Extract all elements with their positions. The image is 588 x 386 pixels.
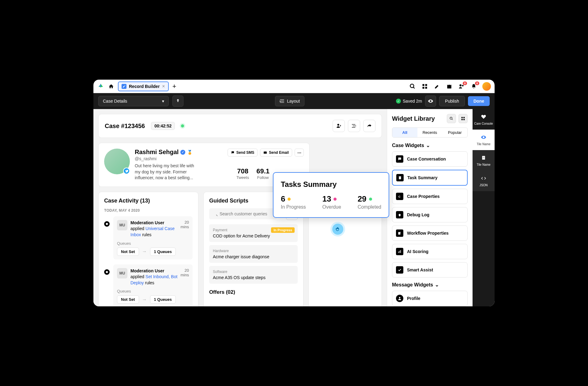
send-sms-button[interactable]: Send SMS — [228, 149, 258, 157]
badge: 8 — [463, 81, 467, 85]
activity-time: 20mins — [180, 268, 189, 277]
tab-recents[interactable]: Recents — [417, 128, 443, 137]
stat-overdue: 13 Overdue — [322, 194, 341, 210]
tab-close-icon[interactable]: × — [162, 84, 165, 89]
chart-icon — [396, 248, 403, 255]
svg-rect-40 — [482, 156, 485, 160]
dot — [369, 198, 372, 201]
svg-rect-7 — [448, 84, 449, 85]
svg-line-32 — [400, 214, 401, 215]
svg-point-20 — [106, 271, 108, 273]
user-avatar[interactable] — [482, 82, 491, 91]
user-badge: MU — [117, 268, 127, 278]
svg-line-1 — [413, 87, 415, 88]
publish-button[interactable]: Publish — [439, 96, 465, 106]
arrow-icon: → — [142, 297, 147, 302]
agent-button[interactable] — [333, 120, 345, 132]
rail-json[interactable]: JSON — [473, 171, 495, 191]
doc-icon — [480, 154, 487, 161]
calendar-icon[interactable] — [446, 83, 453, 90]
stat-tweets: 708 Tweets — [236, 167, 249, 180]
svg-point-9 — [459, 84, 462, 86]
queue-button[interactable] — [348, 120, 360, 132]
svg-point-0 — [410, 84, 414, 88]
svg-rect-35 — [399, 251, 400, 253]
layout-button[interactable]: Layout — [275, 96, 304, 106]
svg-rect-33 — [398, 232, 400, 235]
svg-rect-28 — [399, 176, 401, 176]
widget-library: Widget Library All Recents Popular Case … — [387, 109, 473, 306]
bell-icon[interactable]: 8 — [470, 83, 477, 90]
widget-case-properties[interactable]: CCase Properties — [392, 189, 468, 204]
widget-debug-log[interactable]: Debug Log — [392, 207, 468, 222]
widget-case-conversation[interactable]: Case Conversation — [392, 151, 468, 167]
profile-avatar — [104, 149, 130, 174]
widget-task-summary[interactable]: Task Summary — [392, 170, 468, 186]
activity-date: TODAY, MAY 4 2020 — [104, 208, 193, 213]
message-widgets-header[interactable]: Message Widgets ⌄ — [392, 282, 468, 288]
eye-icon — [480, 134, 487, 141]
activity-dot-icon — [104, 269, 110, 275]
tab-record-builder[interactable]: Record Builder × — [118, 81, 169, 91]
apps-icon[interactable] — [421, 83, 428, 90]
rail-care-console[interactable]: Care Console — [473, 109, 495, 130]
check-icon: ✓ — [396, 99, 401, 104]
dot — [334, 198, 337, 201]
stat-in-progress: 6 In Progress — [281, 194, 306, 210]
done-button[interactable]: Done — [468, 96, 490, 106]
rail-tile-name-1[interactable]: Tile Name — [473, 130, 495, 150]
widget-workflow-properties[interactable]: Workflow Properties — [392, 225, 468, 241]
svg-rect-27 — [399, 176, 401, 180]
svg-rect-4 — [423, 87, 424, 89]
queue-count[interactable]: 1 Queues — [150, 248, 176, 256]
send-email-button[interactable]: Send Email — [260, 149, 292, 157]
home-button[interactable] — [107, 82, 115, 91]
tab-all[interactable]: All — [392, 128, 417, 137]
tab-popular[interactable]: Popular — [442, 128, 467, 137]
queue-not-set[interactable]: Not Set — [117, 295, 139, 304]
preview-button[interactable] — [425, 96, 436, 107]
search-input[interactable] — [209, 208, 277, 219]
case-widgets-header[interactable]: Case Widgets ⌄ — [392, 142, 468, 148]
people-icon[interactable]: 8 — [458, 83, 465, 90]
badge: 8 — [475, 81, 479, 85]
user-badge: MU — [117, 220, 127, 230]
widget-smart-assist[interactable]: Smart Assist — [392, 262, 468, 278]
search-icon[interactable] — [409, 83, 416, 90]
script-item[interactable]: Hardware Acme charger issue diagonse — [209, 245, 298, 263]
code-icon — [480, 175, 487, 182]
edit-icon[interactable] — [433, 83, 441, 90]
share-button[interactable] — [172, 96, 183, 107]
case-header-card: Case #123456 00:42:52 — [98, 114, 382, 138]
timer: 00:42:52 — [151, 122, 175, 130]
case-title: Case #123456 — [105, 123, 145, 130]
queue-not-set[interactable]: Not Set — [117, 248, 139, 256]
tasks-summary-popup[interactable]: Tasks Summary 6 In Progress 13 Overdue 2… — [273, 172, 389, 218]
add-tab-button[interactable]: + — [171, 82, 178, 90]
library-search-icon[interactable] — [447, 114, 456, 123]
svg-rect-36 — [400, 250, 401, 253]
forward-button[interactable] — [363, 120, 375, 132]
queue-count[interactable]: 1 Queues — [150, 295, 176, 304]
library-grid-icon[interactable] — [458, 114, 468, 123]
svg-line-31 — [398, 214, 399, 215]
chevron-down-icon: ⌄ — [435, 282, 439, 288]
case-details-dropdown[interactable]: Case Details ▾ — [98, 96, 169, 106]
rail-tile-name-2[interactable]: Tile Name — [473, 150, 495, 171]
widget-ai-scoring[interactable]: AI Scoring — [392, 244, 468, 259]
script-item[interactable]: Software Acme A35 OS update steps — [209, 266, 298, 284]
svg-text:C: C — [398, 195, 401, 198]
svg-point-19 — [106, 223, 108, 225]
svg-rect-5 — [425, 87, 427, 89]
svg-rect-23 — [462, 117, 463, 118]
script-item[interactable]: Payment COD option for Acme Delivery In … — [209, 224, 298, 242]
offers-title: Offers (02) — [209, 289, 298, 295]
arrow-icon: → — [142, 249, 147, 254]
svg-point-14 — [337, 124, 339, 126]
heart-icon — [480, 113, 487, 120]
verify-icon: ✓ — [180, 150, 185, 155]
activity-time: 20mins — [180, 220, 189, 229]
widget-profile[interactable]: Profile — [392, 291, 468, 306]
more-button[interactable]: ⋯ — [295, 149, 304, 157]
clipboard-icon — [396, 174, 404, 181]
